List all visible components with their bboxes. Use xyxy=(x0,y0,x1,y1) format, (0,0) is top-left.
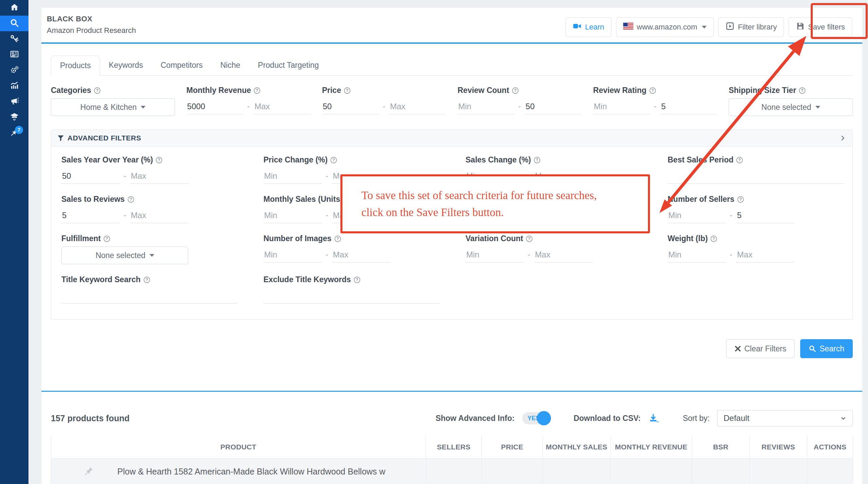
sidebar-item-academy[interactable] xyxy=(0,109,28,125)
chevron-down-icon xyxy=(150,254,154,257)
advanced-filters-header[interactable]: ADVANCED FILTERS xyxy=(51,130,852,147)
sidebar-item-operations[interactable] xyxy=(0,62,28,78)
toggle-knob xyxy=(537,411,551,425)
chevron-down-icon xyxy=(815,106,820,109)
help-icon[interactable]: ? xyxy=(799,87,806,94)
chevron-right-icon[interactable] xyxy=(839,134,846,142)
images-min-input[interactable] xyxy=(263,247,322,263)
show-advanced-toggle[interactable]: YES xyxy=(522,412,550,424)
svg-text:?: ? xyxy=(713,236,715,241)
product-title-link[interactable]: Plow & Hearth 1582 American-Made Black W… xyxy=(117,467,386,477)
bsr-cell xyxy=(692,458,750,484)
col-actions[interactable]: ACTIONS xyxy=(807,436,853,458)
col-monthly-sales[interactable]: MONTHLY SALES xyxy=(543,436,611,458)
help-icon[interactable]: ? xyxy=(512,87,519,94)
sort-select[interactable]: Default xyxy=(717,410,853,426)
help-icon[interactable]: ? xyxy=(94,87,101,94)
help-icon[interactable]: ? xyxy=(526,235,533,242)
help-icon[interactable]: ? xyxy=(103,235,110,242)
review-rating-max-input[interactable] xyxy=(660,98,717,114)
col-product[interactable]: PRODUCT xyxy=(51,436,426,458)
monthly-revenue-max-input[interactable] xyxy=(254,98,310,114)
filter-fulfillment: Fulfillment ? None selected xyxy=(61,234,238,264)
images-max-input[interactable] xyxy=(332,247,391,263)
col-reviews[interactable]: REVIEWS xyxy=(750,436,807,458)
learn-button[interactable]: Learn xyxy=(566,17,611,37)
col-bsr[interactable]: BSR xyxy=(692,436,750,458)
weight-max-input[interactable] xyxy=(736,247,795,263)
sellers-max-input[interactable] xyxy=(736,207,795,223)
sidebar-item-home[interactable] xyxy=(0,0,28,16)
tab-products[interactable]: Products xyxy=(51,56,100,76)
help-icon[interactable]: ? xyxy=(143,276,150,283)
filter-library-button[interactable]: Filter library xyxy=(718,17,784,37)
sidebar-item-keyword-research[interactable] xyxy=(0,31,28,47)
marketplace-selector[interactable]: www.amazon.com xyxy=(616,17,714,37)
help-icon[interactable]: ? xyxy=(737,196,744,203)
best-sales-period-input[interactable] xyxy=(668,168,844,184)
tab-niche[interactable]: Niche xyxy=(212,56,249,76)
help-icon[interactable]: ? xyxy=(334,235,341,242)
sidebar-item-listings[interactable] xyxy=(0,47,28,62)
sales-to-reviews-min-input[interactable] xyxy=(61,207,120,223)
chevron-down-icon xyxy=(840,415,846,421)
svg-text:?: ? xyxy=(336,236,339,241)
help-icon[interactable]: ? xyxy=(127,196,134,203)
monthly-sales-min-input[interactable] xyxy=(263,207,322,223)
help-icon[interactable]: ? xyxy=(649,87,656,94)
tab-keywords[interactable]: Keywords xyxy=(100,56,152,76)
title-keyword-search-input[interactable] xyxy=(61,288,238,304)
help-icon[interactable]: ? xyxy=(344,87,351,94)
price-min-input[interactable] xyxy=(322,98,379,114)
sidebar-item-marketing[interactable] xyxy=(0,94,28,109)
pin-icon[interactable] xyxy=(83,466,94,478)
col-price[interactable]: PRICE xyxy=(482,436,543,458)
variation-max-input[interactable] xyxy=(534,247,593,263)
svg-text:?: ? xyxy=(651,88,654,93)
monthly-revenue-min-input[interactable] xyxy=(186,98,243,114)
section-divider xyxy=(41,391,862,392)
shipping-size-tier-dropdown[interactable]: None selected xyxy=(729,98,853,116)
tab-competitors[interactable]: Competitors xyxy=(152,56,212,76)
sidebar-item-analytics[interactable] xyxy=(0,78,28,94)
help-icon[interactable]: ? xyxy=(736,157,743,163)
search-button[interactable]: Search xyxy=(800,339,853,358)
variation-min-input[interactable] xyxy=(466,247,524,263)
page-subtitle: Amazon Product Research xyxy=(47,26,136,35)
help-icon[interactable]: ? xyxy=(534,157,540,163)
help-icon[interactable]: ? xyxy=(354,276,360,283)
fulfillment-dropdown[interactable]: None selected xyxy=(61,247,188,264)
help-icon[interactable]: ? xyxy=(710,235,717,242)
help-icon[interactable]: ? xyxy=(330,157,337,163)
tab-product-targeting[interactable]: Product Targeting xyxy=(249,56,328,76)
svg-text:?: ? xyxy=(256,88,258,93)
sidebar-item-product-research[interactable] xyxy=(0,16,28,31)
research-tabs: Products Keywords Competitors Niche Prod… xyxy=(51,55,853,76)
sales-yoy-max-input[interactable] xyxy=(130,168,189,184)
sidebar-item-pinned[interactable]: 7 xyxy=(0,125,28,140)
help-icon[interactable]: ? xyxy=(254,87,260,94)
filter-sales-to-reviews: Sales to Reviews ? - xyxy=(61,195,238,223)
sales-to-reviews-max-input[interactable] xyxy=(130,207,189,223)
filter-review-rating: Review Rating ? - xyxy=(593,86,717,116)
annotation-text-line1: To save this set of search criteria for … xyxy=(361,187,648,204)
review-count-min-input[interactable] xyxy=(458,98,514,114)
categories-dropdown[interactable]: Home & Kitchen xyxy=(51,98,175,116)
clear-filters-button[interactable]: Clear Filters xyxy=(726,339,795,358)
sellers-min-input[interactable] xyxy=(668,207,726,223)
download-icon[interactable] xyxy=(648,413,659,424)
exclude-title-keywords-input[interactable] xyxy=(263,288,440,304)
price-max-input[interactable] xyxy=(389,98,446,114)
save-filters-button[interactable]: Save filters xyxy=(789,17,852,37)
review-count-max-input[interactable] xyxy=(525,98,581,114)
col-monthly-revenue[interactable]: MONTHLY REVENUE xyxy=(611,436,692,458)
filter-price: Price ? - xyxy=(322,86,446,116)
weight-min-input[interactable] xyxy=(668,247,726,263)
price-change-min-input[interactable] xyxy=(263,168,322,184)
us-flag-icon xyxy=(623,23,633,32)
review-rating-min-input[interactable] xyxy=(593,98,650,114)
sales-yoy-min-input[interactable] xyxy=(61,168,120,184)
col-sellers[interactable]: SELLERS xyxy=(426,436,482,458)
help-icon[interactable]: ? xyxy=(156,157,162,163)
filter-weight: Weight (lb) ? - xyxy=(668,234,844,264)
